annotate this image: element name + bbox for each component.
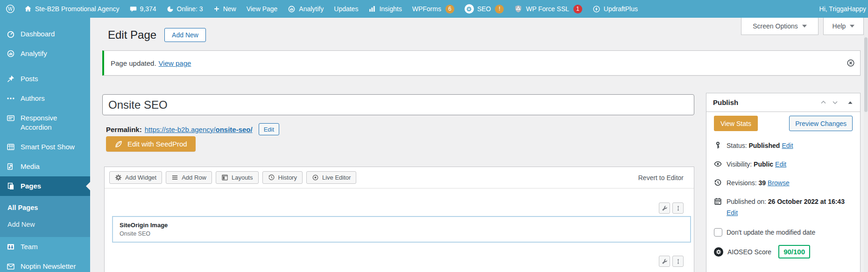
account-menu[interactable]: Hi, TriggaHappy (814, 0, 868, 18)
permalink-link[interactable]: https://ste-b2b.agency/onsite-seo/ (145, 126, 253, 133)
insights-label: Insights (379, 5, 402, 13)
analytify-menu[interactable]: Analytify (282, 0, 329, 18)
dismiss-notice-icon[interactable] (847, 59, 855, 67)
view-page-menu[interactable]: View Page (241, 0, 283, 18)
widget-subtitle: Onsite SEO (120, 230, 684, 237)
modified-checkbox-label: Don't update the modified date (727, 229, 815, 236)
sidebar-item-authors[interactable]: Authors (0, 89, 90, 108)
sidebar-item-media[interactable]: Media (0, 157, 90, 176)
view-page-link[interactable]: View page (159, 59, 191, 67)
sidebar-item-label: Posts (21, 74, 38, 84)
move-up-icon[interactable] (820, 99, 827, 106)
move-vertical-icon (675, 258, 681, 265)
screen-options-tab[interactable]: Screen Options (741, 18, 819, 35)
permalink-slug: onsite-seo/ (215, 126, 252, 133)
seo-menu[interactable]: SEO! (459, 0, 509, 18)
move-row-button[interactable] (672, 202, 684, 214)
edit-visibility-link[interactable]: Edit (775, 160, 786, 168)
sidebar-item-analytify[interactable]: Analytify (0, 44, 90, 63)
sidebar-item-label: Smart Post Show (21, 142, 75, 152)
add-new-button[interactable]: Add New (164, 28, 206, 42)
updraftplus-menu[interactable]: UpdraftPlus (587, 0, 643, 18)
move-row-button[interactable] (672, 256, 684, 267)
rows-icon (171, 174, 178, 181)
published-value: 26 October 2022 at 16:43 (768, 198, 845, 205)
sidebar-item-label: Authors (21, 94, 45, 103)
dont-update-modified-checkbox[interactable] (714, 228, 722, 237)
analytify-icon (7, 49, 15, 58)
live-editor-button[interactable]: Live Editor (306, 171, 356, 184)
help-label: Help (833, 22, 846, 30)
scrollbar-track[interactable] (864, 18, 868, 272)
history-button[interactable]: History (262, 171, 303, 184)
edit-published-date-link[interactable]: Edit (727, 209, 738, 216)
siteorigin-image-widget[interactable]: SiteOrigin Image Onsite SEO (112, 216, 691, 243)
sidebar-item-responsive-accordion[interactable]: Responsive Accordion (0, 108, 90, 137)
add-widget-button[interactable]: Add Widget (109, 171, 162, 184)
sidebar-item-posts[interactable]: Posts (0, 69, 90, 89)
wpforms-label: WPForms (412, 5, 441, 13)
sidebar-item-smart-post-show[interactable]: Smart Post Show (0, 137, 90, 157)
help-tab[interactable]: Help (823, 18, 864, 35)
browse-revisions-link[interactable]: Browse (768, 179, 790, 187)
comments-menu[interactable]: 9,374 (125, 0, 162, 18)
revert-to-editor-link[interactable]: Revert to Editor (638, 174, 689, 181)
add-row-label: Add Row (182, 174, 206, 181)
page-title-input[interactable] (102, 94, 694, 115)
permalink-url: https://ste-b2b.agency/ (145, 126, 216, 133)
wpforms-menu[interactable]: WPForms6 (407, 0, 459, 18)
move-vertical-icon (675, 205, 681, 211)
sidebar-item-pages[interactable]: Pages (0, 176, 90, 196)
leaf-icon (114, 140, 123, 148)
page-builder-panel: Add Widget Add Row Layouts History Live … (104, 167, 694, 272)
chevron-down-icon (850, 25, 854, 28)
aioseo-score-badge[interactable]: 90/100 (778, 245, 810, 258)
status-value: Published (748, 142, 780, 149)
scrollbar-thumb[interactable] (864, 37, 868, 112)
move-down-icon[interactable] (832, 99, 839, 106)
edit-status-link[interactable]: Edit (782, 142, 793, 149)
publish-metabox: Publish View Stats Preview Changes Statu… (706, 93, 861, 272)
site-name-menu[interactable]: Ste-B2B Promotional Agency (19, 0, 125, 18)
insights-menu[interactable]: Insights (363, 0, 407, 18)
view-stats-button[interactable]: View Stats (714, 116, 758, 131)
force-ssl-menu[interactable]: WP Force SSL1 (509, 0, 587, 18)
view-page-label: View Page (247, 5, 278, 13)
sidebar-item-team[interactable]: Team (0, 237, 90, 257)
sidebar-item-all-pages[interactable]: All Pages (0, 199, 90, 216)
new-label: New (223, 5, 236, 13)
revisions-value: 39 (758, 179, 766, 187)
online-users-menu[interactable]: Online: 3 (162, 0, 208, 18)
live-editor-icon (312, 174, 319, 181)
team-icon (7, 243, 15, 251)
home-icon (24, 5, 32, 13)
sidebar-item-add-new[interactable]: Add New (0, 216, 90, 233)
sidebar-item-dashboard[interactable]: Dashboard (0, 24, 90, 44)
pages-submenu: All Pages Add New (0, 196, 90, 237)
edit-permalink-button[interactable]: Edit (259, 123, 279, 135)
shield-icon (514, 5, 522, 13)
layout-icon (221, 174, 228, 181)
layouts-button[interactable]: Layouts (216, 171, 259, 184)
preview-changes-button[interactable]: Preview Changes (789, 116, 853, 131)
toggle-panel-icon[interactable] (847, 99, 854, 106)
sidebar-item-noptin-newsletter[interactable]: Noptin Newsletter (0, 257, 90, 272)
force-ssl-label: WP Force SSL (526, 5, 569, 13)
seedprod-label: Edit with SeedProd (127, 140, 187, 148)
plus-icon (213, 6, 220, 12)
updates-label: Updates (334, 5, 358, 13)
sidebar-item-label: Analytify (21, 49, 47, 58)
edit-row-wrench-button[interactable] (659, 202, 670, 214)
updates-menu[interactable]: Updates (329, 0, 363, 18)
notice-message: Page updated. (111, 59, 156, 67)
layouts-label: Layouts (232, 174, 253, 181)
wordpress-menu[interactable] (0, 0, 19, 18)
media-icon (7, 162, 15, 171)
page-header: Edit Page Add New (108, 28, 206, 42)
edit-row-wrench-button[interactable] (659, 256, 670, 267)
add-row-button[interactable]: Add Row (166, 171, 212, 184)
sidebar-item-label: Noptin Newsletter (21, 262, 76, 271)
edit-with-seedprod-button[interactable]: Edit with SeedProd (106, 136, 196, 152)
calendar-icon (714, 197, 722, 205)
new-content-menu[interactable]: New (208, 0, 241, 18)
